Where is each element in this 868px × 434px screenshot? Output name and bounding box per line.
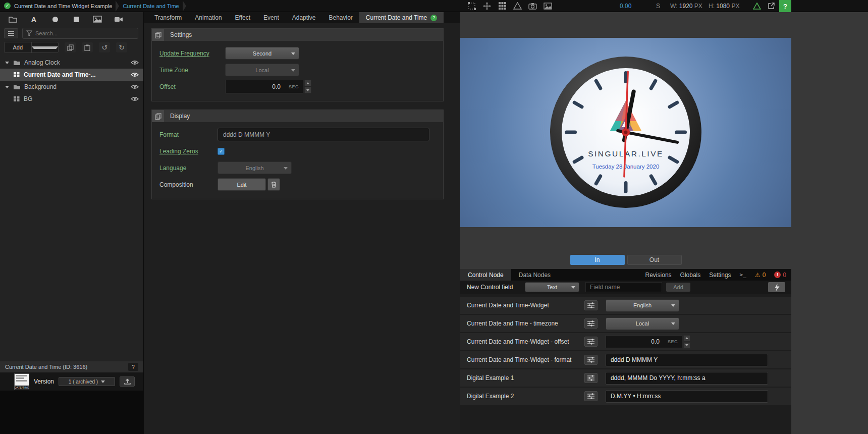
grid-tool-icon[interactable] — [497, 2, 507, 11]
lightning-button[interactable] — [768, 282, 785, 292]
field-options-button[interactable] — [584, 300, 598, 310]
field-text-input[interactable] — [606, 354, 768, 366]
marquee-tool-icon[interactable] — [467, 2, 477, 11]
language-label[interactable]: Language — [159, 165, 218, 172]
revisions-link[interactable]: Revisions — [645, 272, 672, 279]
tab-animation[interactable]: Animation — [188, 12, 228, 23]
time-zone-select[interactable]: Local — [225, 64, 299, 76]
tree-row-current-date-time[interactable]: Current Date and Time-... — [0, 69, 143, 81]
tab-help-button[interactable]: ? — [430, 15, 437, 21]
background-image-icon[interactable] — [542, 2, 553, 11]
text-tool-icon[interactable]: A — [29, 15, 38, 24]
leading-zeros-checkbox[interactable]: ✓ — [218, 148, 225, 155]
eye-icon[interactable] — [131, 96, 139, 101]
tab-current-date-and-time[interactable]: Current Date and Time ? — [359, 12, 444, 23]
eye-icon[interactable] — [131, 72, 139, 77]
redo-button[interactable]: ↻ — [116, 42, 127, 52]
field-text-input[interactable] — [606, 372, 768, 385]
tab-adaptive[interactable]: Adaptive — [286, 12, 322, 23]
version-select[interactable]: 1 ( archived ) — [59, 377, 115, 386]
tree-row-bg[interactable]: BG — [0, 93, 143, 105]
field-options-button[interactable] — [584, 337, 598, 347]
layer-menu-button[interactable] — [4, 28, 18, 38]
safe-area-icon[interactable] — [512, 2, 522, 11]
expand-caret-icon[interactable] — [5, 86, 10, 88]
eye-icon[interactable] — [131, 60, 139, 65]
leading-zeros-label[interactable]: Leading Zeros — [159, 148, 218, 155]
chevron-down-icon — [291, 69, 295, 72]
field-number-input[interactable]: 0.0 SEC — [606, 335, 682, 348]
format-label[interactable]: Format — [159, 131, 218, 138]
breadcrumb-project[interactable]: Current Date and Time Widget Example — [14, 3, 112, 9]
add-layer-caret[interactable] — [31, 42, 59, 52]
copy-button[interactable] — [65, 42, 76, 52]
animate-in-button[interactable]: In — [570, 255, 625, 265]
composition-help-button[interactable]: ? — [128, 363, 138, 371]
globals-link[interactable]: Globals — [680, 272, 701, 279]
field-name-input[interactable] — [585, 282, 662, 292]
field-options-button[interactable] — [584, 391, 598, 401]
language-select[interactable]: English — [218, 161, 292, 174]
tab-control-node[interactable]: Control Node — [460, 269, 511, 281]
folder-tool-icon[interactable] — [8, 15, 17, 24]
offset-input[interactable]: 0.0 SEC — [225, 80, 303, 93]
animate-out-button[interactable]: Out — [627, 255, 682, 265]
brand-triangle-icon[interactable] — [752, 2, 762, 11]
format-input[interactable] — [218, 128, 429, 141]
layer-label: Analog Clock — [24, 59, 60, 66]
add-layer-button[interactable]: Add — [4, 42, 59, 53]
rectangle-tool-icon[interactable] — [72, 15, 81, 24]
tab-event[interactable]: Event — [257, 12, 286, 23]
move-tool-icon[interactable] — [482, 2, 492, 11]
field-options-button[interactable] — [584, 355, 598, 365]
settings-link[interactable]: Settings — [709, 272, 731, 279]
errors-indicator[interactable]: ! 0 — [774, 272, 786, 279]
stepper-up-button[interactable] — [683, 335, 690, 342]
undo-button[interactable]: ↺ — [99, 42, 110, 52]
composition-delete-button[interactable] — [267, 178, 280, 191]
settings-section-header[interactable]: Settings — [152, 29, 443, 41]
breadcrumb-composition[interactable]: Current Date and Time — [123, 3, 179, 9]
offset-label[interactable]: Offset — [159, 83, 225, 90]
tree-row-analog-clock[interactable]: Analog Clock — [0, 57, 143, 69]
warnings-indicator[interactable]: ⚠ 0 — [755, 272, 766, 279]
time-zone-label[interactable]: Time Zone — [159, 67, 225, 74]
expand-caret-icon[interactable] — [5, 62, 10, 64]
snapshot-camera-icon[interactable] — [527, 2, 537, 11]
display-section-header[interactable]: Display — [152, 110, 443, 122]
composition-edit-button[interactable]: Edit — [218, 178, 266, 191]
publish-button[interactable] — [120, 376, 135, 387]
console-icon[interactable]: >_ — [740, 272, 746, 278]
stepper-down-button[interactable] — [683, 342, 690, 349]
preview-canvas[interactable]: SINGULAR.LIVE Tuesday 28 January 2020 — [460, 38, 791, 227]
version-thumbnail[interactable]: DATE/TIME — [14, 373, 29, 390]
image-tool-icon[interactable] — [93, 15, 102, 24]
eye-icon[interactable] — [131, 84, 139, 89]
update-frequency-select[interactable]: Second — [225, 47, 299, 60]
control-field-row: Current Date and Time-Widget - format — [460, 351, 791, 368]
section-pages-icon — [152, 29, 164, 41]
tab-data-nodes[interactable]: Data Nodes — [511, 269, 558, 281]
stepper-down-button[interactable] — [304, 87, 311, 93]
paste-button[interactable] — [82, 42, 93, 52]
control-field-row: Digital Example 1 — [460, 369, 791, 387]
help-button[interactable]: ? — [779, 0, 791, 12]
stepper-up-button[interactable] — [304, 80, 311, 86]
circle-tool-icon[interactable] — [50, 15, 60, 24]
field-dropdown[interactable]: Local — [606, 317, 679, 330]
sliders-icon — [587, 393, 595, 399]
field-options-button[interactable] — [584, 318, 598, 329]
add-field-button[interactable]: Add — [666, 283, 690, 292]
tab-effect[interactable]: Effect — [229, 12, 257, 23]
field-type-select[interactable]: Text — [525, 282, 579, 292]
search-input[interactable] — [35, 30, 134, 36]
tree-row-background[interactable]: Background — [0, 81, 143, 93]
field-text-input[interactable] — [606, 390, 768, 403]
video-tool-icon[interactable] — [114, 15, 123, 24]
field-dropdown[interactable]: English — [606, 299, 679, 312]
tab-transform[interactable]: Transform — [148, 12, 188, 23]
field-options-button[interactable] — [584, 373, 598, 383]
tab-behavior[interactable]: Behavior — [322, 12, 359, 23]
open-external-icon[interactable] — [766, 2, 776, 11]
update-frequency-label[interactable]: Update Frequency — [159, 50, 225, 57]
